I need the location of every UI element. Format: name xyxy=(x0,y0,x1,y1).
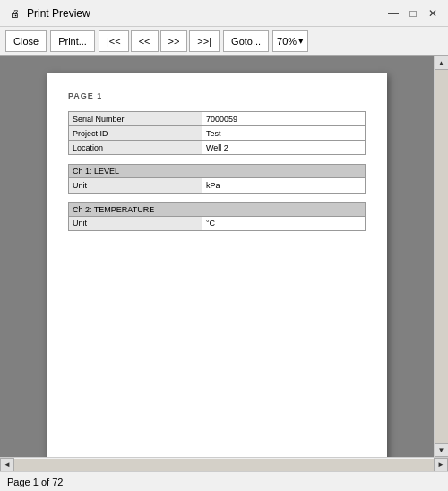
page-label: PAGE 1 xyxy=(68,91,366,100)
section-header: Ch 1: LEVEL xyxy=(68,164,366,178)
scroll-track[interactable] xyxy=(435,70,448,443)
zoom-dropdown[interactable]: 70% ▾ xyxy=(272,30,308,52)
toolbar: Close Print... |<< << >> >>| Goto... 70%… xyxy=(0,27,448,56)
table-value-cell: °C xyxy=(202,217,365,231)
dropdown-arrow-icon: ▾ xyxy=(298,35,304,47)
minimize-button[interactable]: — xyxy=(385,5,401,22)
section-header: Ch 2: TEMPERATURE xyxy=(68,202,366,217)
nav-group: |<< << >> >>| xyxy=(99,30,220,52)
table-value-cell: Test xyxy=(202,126,365,141)
scroll-right-arrow[interactable]: ► xyxy=(434,458,448,472)
print-page: PAGE 1 Serial Number7000059Project IDTes… xyxy=(47,73,387,457)
window-title: Print Preview xyxy=(27,7,90,20)
maximize-button[interactable]: □ xyxy=(405,5,421,22)
nav-next-button[interactable]: >> xyxy=(160,30,188,52)
scroll-down-arrow[interactable]: ▼ xyxy=(435,443,449,457)
nav-first-button[interactable]: |<< xyxy=(99,30,129,52)
title-bar: 🖨 Print Preview — □ ✕ xyxy=(0,0,448,27)
table-label-cell: Unit xyxy=(69,178,202,193)
table-row: Project IDTest xyxy=(69,126,366,141)
goto-button[interactable]: Goto... xyxy=(223,30,269,52)
sections-container: Ch 1: LEVELUnitkPaCh 2: TEMPERATUREUnit°… xyxy=(68,164,366,231)
zoom-value: 70% xyxy=(277,36,297,47)
table-value-cell: kPa xyxy=(202,178,365,193)
table-label-cell: Project ID xyxy=(69,126,202,141)
scroll-up-arrow[interactable]: ▲ xyxy=(435,56,449,70)
right-scrollbar[interactable]: ▲ ▼ xyxy=(434,56,448,457)
hscroll-track[interactable] xyxy=(14,459,434,471)
section-table: UnitkPa xyxy=(68,178,366,194)
title-bar-left: 🖨 Print Preview xyxy=(7,6,90,21)
scroll-left-arrow[interactable]: ◄ xyxy=(0,458,14,472)
status-bar: Page 1 of 72 xyxy=(0,471,448,491)
table-label-cell: Serial Number xyxy=(69,112,202,126)
info-table: Serial Number7000059Project IDTestLocati… xyxy=(68,111,366,155)
table-row: Serial Number7000059 xyxy=(69,112,366,126)
close-window-button[interactable]: ✕ xyxy=(425,5,441,22)
table-label-cell: Unit xyxy=(69,217,202,231)
printer-icon: 🖨 xyxy=(7,6,22,21)
nav-prev-button[interactable]: << xyxy=(131,30,159,52)
table-value-cell: 7000059 xyxy=(202,112,365,126)
table-label-cell: Location xyxy=(69,141,202,155)
close-button[interactable]: Close xyxy=(5,30,47,52)
print-button[interactable]: Print... xyxy=(50,30,95,52)
table-row: UnitkPa xyxy=(69,178,366,193)
table-value-cell: Well 2 xyxy=(202,141,365,155)
preview-area[interactable]: PAGE 1 Serial Number7000059Project IDTes… xyxy=(0,56,434,457)
table-row: LocationWell 2 xyxy=(69,141,366,155)
bottom-scrollbar[interactable]: ◄ ► xyxy=(0,457,448,471)
status-text: Page 1 of 72 xyxy=(7,477,63,487)
title-bar-controls: — □ ✕ xyxy=(385,5,441,22)
main-area: PAGE 1 Serial Number7000059Project IDTes… xyxy=(0,56,448,457)
nav-last-button[interactable]: >>| xyxy=(189,30,220,52)
section-table: Unit°C xyxy=(68,217,366,232)
table-row: Unit°C xyxy=(69,217,366,231)
